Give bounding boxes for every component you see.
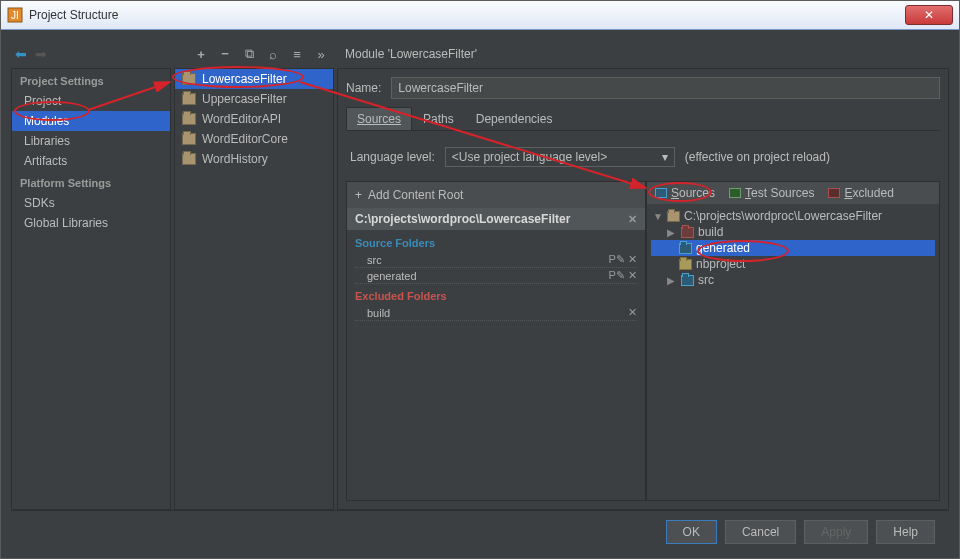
folder-icon bbox=[182, 73, 196, 85]
ok-button[interactable]: OK bbox=[666, 520, 717, 544]
nav-project[interactable]: Project bbox=[12, 91, 170, 111]
folder-icon bbox=[681, 275, 694, 286]
remove-root-button[interactable]: ✕ bbox=[628, 213, 637, 226]
tree-item[interactable]: generated bbox=[651, 240, 935, 256]
tree-item[interactable]: ▶build bbox=[651, 224, 935, 240]
folder-icon bbox=[679, 259, 692, 270]
tree-item[interactable]: ▶src bbox=[651, 272, 935, 288]
module-name-input[interactable] bbox=[391, 77, 940, 99]
module-item[interactable]: UppercaseFilter bbox=[175, 89, 333, 109]
source-folder-row: srcP✎ ✕ bbox=[355, 252, 637, 268]
source-folders-title: Source Folders bbox=[355, 237, 637, 249]
folder-icon bbox=[182, 93, 196, 105]
edit-props-icon[interactable]: P✎ bbox=[609, 253, 625, 265]
more-button[interactable]: » bbox=[314, 47, 328, 61]
expand-icon[interactable]: ▶ bbox=[667, 227, 677, 238]
name-label: Name: bbox=[346, 81, 381, 95]
section-project-settings: Project Settings bbox=[12, 69, 170, 91]
folder-name: build bbox=[367, 307, 390, 319]
module-item[interactable]: WordEditorCore bbox=[175, 129, 333, 149]
add-content-root-button[interactable]: Add Content Root bbox=[368, 188, 463, 202]
remove-icon[interactable]: ✕ bbox=[628, 269, 637, 281]
cancel-button[interactable]: Cancel bbox=[725, 520, 796, 544]
mark-excluded-button[interactable]: Excluded bbox=[828, 186, 893, 200]
dialog-buttons: OK Cancel Apply Help bbox=[11, 510, 949, 552]
svg-text:JI: JI bbox=[11, 10, 19, 21]
language-level-select[interactable]: <Use project language level>▾ bbox=[445, 147, 675, 167]
nav-libraries[interactable]: Libraries bbox=[12, 131, 170, 151]
copy-module-button[interactable]: ⧉ bbox=[242, 47, 256, 61]
collapse-icon[interactable]: ▼ bbox=[653, 211, 663, 222]
apply-button[interactable]: Apply bbox=[804, 520, 868, 544]
module-header: Module 'LowercaseFilter' bbox=[337, 40, 949, 68]
expand-icon[interactable]: ▶ bbox=[667, 275, 677, 286]
module-label: WordHistory bbox=[202, 152, 268, 166]
mark-sources-button[interactable]: Sources bbox=[655, 186, 715, 200]
tests-swatch-icon bbox=[729, 188, 741, 198]
tree-label: nbproject bbox=[696, 257, 745, 271]
select-value: <Use project language level> bbox=[452, 150, 607, 164]
folder-icon bbox=[182, 133, 196, 145]
remove-icon[interactable]: ✕ bbox=[628, 306, 637, 319]
remove-icon[interactable]: ✕ bbox=[628, 253, 637, 265]
sources-swatch-icon bbox=[655, 188, 667, 198]
plus-icon: + bbox=[355, 188, 362, 202]
section-platform-settings: Platform Settings bbox=[12, 171, 170, 193]
content-root[interactable]: C:\projects\wordproc\LowercaseFilter✕ bbox=[347, 208, 645, 230]
mark-label: Excluded bbox=[844, 186, 893, 200]
module-item[interactable]: WordEditorAPI bbox=[175, 109, 333, 129]
remove-module-button[interactable]: − bbox=[218, 47, 232, 61]
module-label: UppercaseFilter bbox=[202, 92, 287, 106]
excluded-swatch-icon bbox=[828, 188, 840, 198]
close-button[interactable]: ✕ bbox=[905, 5, 953, 25]
tree-label: build bbox=[698, 225, 723, 239]
help-button[interactable]: Help bbox=[876, 520, 935, 544]
nav-sdks[interactable]: SDKs bbox=[12, 193, 170, 213]
back-button[interactable]: ⬅ bbox=[15, 46, 27, 62]
tab-label: Sources bbox=[357, 112, 401, 126]
tab-dependencies[interactable]: Dependencies bbox=[465, 107, 564, 130]
tree-label: C:\projects\wordproc\LowercaseFilter bbox=[684, 209, 882, 223]
app-icon: JI bbox=[7, 7, 23, 23]
add-module-button[interactable]: + bbox=[194, 47, 208, 61]
find-button[interactable]: ⌕ bbox=[266, 47, 280, 61]
module-toolbar: + − ⧉ ⌕ ≡ » bbox=[174, 40, 334, 68]
history-toolbar: ⬅ ➡ bbox=[11, 40, 171, 68]
expand-button[interactable]: ≡ bbox=[290, 47, 304, 61]
titlebar: JI Project Structure ✕ bbox=[1, 1, 959, 30]
folder-name: src bbox=[367, 254, 382, 266]
settings-nav: Project Settings Project Modules Librari… bbox=[11, 68, 171, 510]
tab-paths[interactable]: Paths bbox=[412, 107, 465, 130]
chevron-down-icon: ▾ bbox=[662, 150, 668, 164]
folder-icon bbox=[667, 211, 680, 222]
folder-icon bbox=[182, 113, 196, 125]
mark-test-sources-button[interactable]: Test Sources bbox=[729, 186, 814, 200]
folder-icon bbox=[681, 227, 694, 238]
module-label: WordEditorCore bbox=[202, 132, 288, 146]
nav-global-libraries[interactable]: Global Libraries bbox=[12, 213, 170, 233]
module-item[interactable]: LowercaseFilter bbox=[175, 69, 333, 89]
window-title: Project Structure bbox=[29, 8, 905, 22]
excluded-folder-row: build✕ bbox=[355, 305, 637, 321]
language-level-hint: (effective on project reload) bbox=[685, 150, 830, 164]
nav-artifacts[interactable]: Artifacts bbox=[12, 151, 170, 171]
folder-icon bbox=[182, 153, 196, 165]
language-level-label: Language level: bbox=[350, 150, 435, 164]
module-list: LowercaseFilter UppercaseFilter WordEdit… bbox=[174, 68, 334, 510]
content-root-path: C:\projects\wordproc\LowercaseFilter bbox=[355, 212, 570, 226]
edit-props-icon[interactable]: P✎ bbox=[609, 269, 625, 281]
module-item[interactable]: WordHistory bbox=[175, 149, 333, 169]
module-tabs: Sources Paths Dependencies bbox=[346, 107, 940, 131]
mark-label: Sources bbox=[671, 186, 715, 200]
tree-item[interactable]: nbproject bbox=[651, 256, 935, 272]
tree-label: src bbox=[698, 273, 714, 287]
tree-root[interactable]: ▼C:\projects\wordproc\LowercaseFilter bbox=[651, 208, 935, 224]
folder-icon bbox=[679, 243, 692, 254]
nav-modules[interactable]: Modules bbox=[12, 111, 170, 131]
mark-label: Test Sources bbox=[745, 186, 814, 200]
folder-name: generated bbox=[367, 270, 417, 282]
forward-button[interactable]: ➡ bbox=[35, 46, 47, 62]
tab-sources[interactable]: Sources bbox=[346, 107, 412, 130]
tree-label: generated bbox=[696, 241, 750, 255]
module-label: WordEditorAPI bbox=[202, 112, 281, 126]
